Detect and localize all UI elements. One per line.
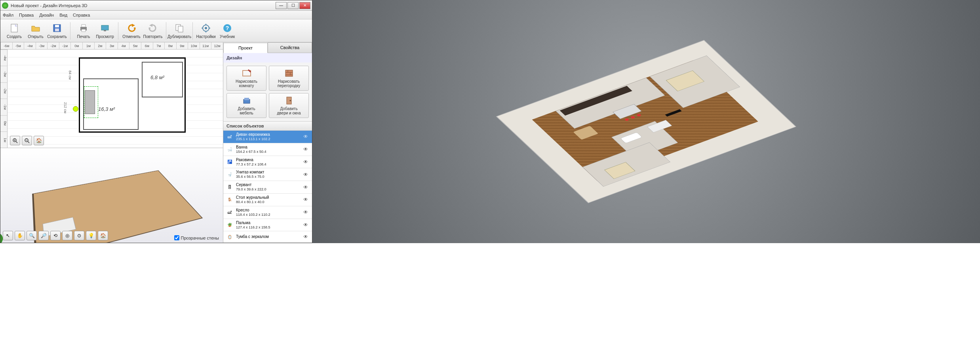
visibility-icon[interactable]: 👁 xyxy=(303,234,310,240)
menu-edit[interactable]: Правка xyxy=(19,13,34,17)
zoom-in-button[interactable] xyxy=(10,136,20,145)
object-icon: 🛁 xyxy=(226,145,234,153)
undo-icon xyxy=(126,23,137,34)
objects-list: 🛋Диван еврокнижка235.1 x 113.1 x 102.2👁🛁… xyxy=(223,131,312,243)
svg-text:?: ? xyxy=(226,25,229,31)
room-a-area: 16,3 м² xyxy=(98,106,115,112)
add-furniture-icon xyxy=(242,96,252,105)
object-icon: 🛋 xyxy=(226,133,234,141)
visibility-icon[interactable]: 👁 xyxy=(303,222,310,228)
window-title: Новый проект - Дизайн Интерьера 3D xyxy=(11,3,276,8)
object-item[interactable]: 🪑Стол журнальный80.4 x 80.1 x 40.0👁 xyxy=(223,194,312,206)
print-button[interactable]: Печать xyxy=(73,21,94,41)
draw-room-button[interactable]: Нарисоватькомнату xyxy=(226,66,266,91)
object-item[interactable]: 🚰Раковина77.3 x 57.2 x 108.4👁 xyxy=(223,156,312,169)
duplicate-button[interactable]: Дублировать xyxy=(169,21,190,41)
app-icon xyxy=(2,2,8,9)
settings-button[interactable]: Настройки xyxy=(195,21,217,41)
svg-rect-3 xyxy=(55,25,59,27)
svg-marker-10 xyxy=(132,24,135,27)
tabs: Проект Свойства xyxy=(223,42,312,53)
tool-pan[interactable]: ✋ xyxy=(15,231,25,240)
tool-light[interactable]: 💡 xyxy=(86,231,96,240)
save-icon xyxy=(51,23,63,34)
svg-rect-7 xyxy=(82,29,86,32)
create-icon xyxy=(9,23,20,34)
floorplan-viewport[interactable]: 16,3 м² 6,8 м² 84 см 212 см 🏠 xyxy=(8,49,223,148)
draw-room-icon xyxy=(242,69,252,78)
svg-point-39 xyxy=(289,100,291,101)
tool-reset[interactable]: ⊙ xyxy=(74,231,84,240)
settings-icon xyxy=(200,23,211,34)
canvas-area: -6м-5м-4м-3м-2м-1м0м1м2м3м4м5м6м7м8м9м10… xyxy=(0,42,223,243)
object-icon: 🛋 xyxy=(226,208,234,216)
create-button[interactable]: Создать xyxy=(4,21,25,41)
visibility-icon[interactable]: 👁 xyxy=(303,209,310,215)
svg-line-23 xyxy=(16,141,17,143)
transparent-walls-checkbox[interactable]: Прозрачные стены xyxy=(174,235,219,240)
3d-view[interactable]: ↖ ✋ 🔍 🔎 ⟲ ◎ ⊙ 💡 🏠 Прозрачные стены xyxy=(0,148,223,243)
open-button[interactable]: Открыть xyxy=(25,21,46,41)
application-window: Новый проект - Дизайн Интерьера 3D — ☐ ✕… xyxy=(0,0,312,243)
dim-h: 84 см xyxy=(68,70,72,80)
maximize-button[interactable]: ☐ xyxy=(287,2,299,9)
object-item[interactable]: 🪴Пальма127.4 x 116.2 x 158.5👁 xyxy=(223,219,312,232)
add-doors-button[interactable]: Добавитьдвери и окна xyxy=(269,93,309,118)
object-item[interactable]: 🛋Кресло118.4 x 103.2 x 110.2👁 xyxy=(223,206,312,219)
visibility-icon[interactable]: 👁 xyxy=(303,197,310,202)
tool-cursor[interactable]: ↖ xyxy=(3,231,13,240)
close-button[interactable]: ✕ xyxy=(299,2,310,9)
sofa-object[interactable] xyxy=(85,90,95,114)
ruler-vertical: -4м-3м-2м-1м0м1м xyxy=(0,49,8,148)
tool-rotate[interactable]: ⟲ xyxy=(50,231,61,240)
redo-button[interactable]: Повторить xyxy=(142,21,164,41)
object-item[interactable]: 🛁Ванна154.2 x 67.5 x 50.4👁 xyxy=(223,143,312,156)
object-item[interactable]: 🛋Диван еврокнижка235.1 x 113.1 x 102.2👁 xyxy=(223,131,312,143)
menu-design[interactable]: Дизайн xyxy=(39,13,54,17)
tab-project[interactable]: Проект xyxy=(223,43,268,53)
tab-properties[interactable]: Свойства xyxy=(268,42,312,53)
menubar: Файл Правка Дизайн Вид Справка xyxy=(0,11,312,19)
menu-view[interactable]: Вид xyxy=(59,13,67,17)
zoom-out-button[interactable] xyxy=(22,136,32,145)
object-item[interactable]: 🗄Сервант79.0 x 39.6 x 222.0👁 xyxy=(223,181,312,194)
svg-rect-6 xyxy=(82,25,86,27)
svg-line-30 xyxy=(248,70,251,72)
rendered-image xyxy=(312,0,980,243)
titlebar[interactable]: Новый проект - Дизайн Интерьера 3D — ☐ ✕ xyxy=(0,0,312,11)
draw-partition-button[interactable]: Нарисоватьперегородку xyxy=(269,66,309,91)
object-item[interactable]: 🪞Тумба с зеркалом👁 xyxy=(223,231,312,243)
tool-zoom-out[interactable]: 🔎 xyxy=(38,231,49,240)
menu-file[interactable]: Файл xyxy=(3,13,13,17)
undo-button[interactable]: Отменить xyxy=(121,21,142,41)
save-button[interactable]: Сохранить xyxy=(46,21,68,41)
object-item[interactable]: 🚽Унитаз компакт35.6 x 56.5 x 75.0👁 xyxy=(223,168,312,181)
tutorial-button[interactable]: ?Учебник xyxy=(217,21,238,41)
visibility-icon[interactable]: 👁 xyxy=(303,172,310,177)
workspace: -6м-5м-4м-3м-2м-1м0м1м2м3м4м5м6м7м8м9м10… xyxy=(0,42,312,243)
draw-partition-icon xyxy=(284,69,294,78)
visibility-icon[interactable]: 👁 xyxy=(303,134,310,139)
menu-help[interactable]: Справка xyxy=(73,13,90,17)
plan-area[interactable]: -4м-3м-2м-1м0м1м 16,3 м² 6,8 м² 84 см 21… xyxy=(0,49,223,148)
tool-zoom-in[interactable]: 🔍 xyxy=(27,231,37,240)
tool-orbit[interactable]: ◎ xyxy=(62,231,72,240)
minimize-button[interactable]: — xyxy=(276,2,287,9)
svg-rect-37 xyxy=(244,98,249,100)
design-title: Дизайн xyxy=(223,53,312,63)
duplicate-icon xyxy=(174,23,185,34)
floorplan[interactable]: 16,3 м² 6,8 м² 84 см 212 см xyxy=(79,57,186,133)
3d-tools: ↖ ✋ 🔍 🔎 ⟲ ◎ ⊙ 💡 🏠 xyxy=(3,231,108,240)
svg-line-27 xyxy=(28,141,29,143)
home-button[interactable]: 🏠 xyxy=(34,136,44,145)
tool-home[interactable]: 🏠 xyxy=(98,231,108,240)
visibility-icon[interactable]: 👁 xyxy=(303,147,310,152)
visibility-icon[interactable]: 👁 xyxy=(303,185,310,190)
svg-rect-31 xyxy=(285,70,293,76)
view-button[interactable]: Просмотр xyxy=(94,21,116,41)
transparent-walls-input[interactable] xyxy=(174,235,179,240)
add-furniture-button[interactable]: Добавитьмебель xyxy=(226,93,266,118)
objects-panel: Список объектов 🛋Диван еврокнижка235.1 x… xyxy=(223,121,312,243)
visibility-icon[interactable]: 👁 xyxy=(303,159,310,165)
handle-dot[interactable] xyxy=(73,106,78,112)
